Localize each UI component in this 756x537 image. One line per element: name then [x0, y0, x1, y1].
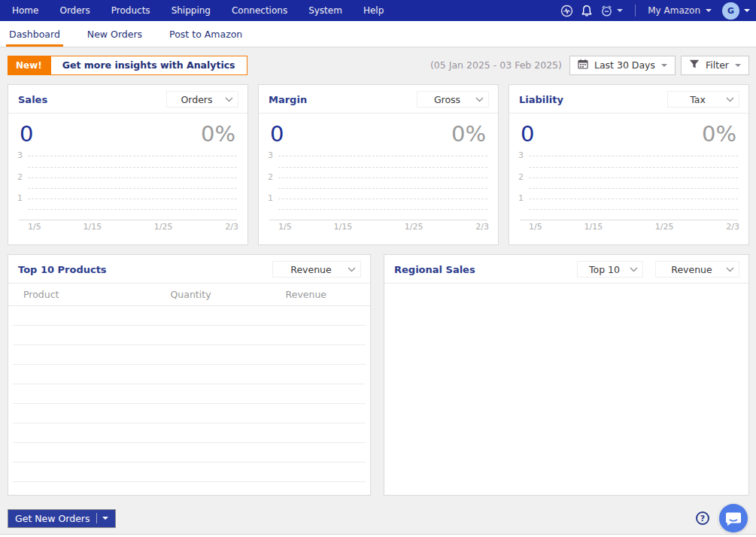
- x-axis-tick: 1/5: [28, 222, 41, 232]
- dashboard-content: New! Get more insights with Analytics (0…: [0, 47, 756, 534]
- kpi-value: 0: [521, 121, 534, 147]
- top-products-title: Top 10 Products: [18, 264, 107, 275]
- regional-topn-select[interactable]: Top 10: [577, 261, 643, 278]
- tab-post-to-amazon[interactable]: Post to Amazon: [166, 21, 245, 47]
- bell-icon[interactable]: [581, 5, 593, 17]
- top-products-header: Top 10 Products Revenue: [8, 255, 370, 284]
- top-products-metric-select[interactable]: Revenue: [272, 261, 361, 278]
- account-menu[interactable]: My Amazon: [648, 5, 712, 16]
- gridline: [28, 188, 237, 189]
- help-icon[interactable]: ?: [696, 511, 709, 525]
- kpi-card-sales: SalesOrders00%3211/51/151/252/3: [8, 84, 248, 245]
- table-row: [13, 365, 366, 384]
- gridline: [278, 188, 487, 189]
- nav-item-help[interactable]: Help: [353, 5, 394, 16]
- chevron-down-icon: [630, 267, 638, 272]
- avatar: G: [722, 2, 739, 20]
- column-revenue: Revenue: [236, 289, 355, 300]
- gridline: [529, 188, 738, 189]
- analytics-button[interactable]: Get more insights with Analytics: [50, 56, 247, 75]
- chevron-down-icon: [706, 9, 712, 12]
- x-axis-tick: 1/15: [584, 222, 603, 232]
- filter-button[interactable]: Filter: [681, 56, 749, 75]
- x-axis-tick: 1/25: [655, 222, 674, 232]
- toolbar-right: (05 Jan 2025 - 03 Feb 2025) Last 30 Days…: [430, 56, 749, 75]
- chat-launcher-icon[interactable]: [719, 504, 748, 532]
- filter-button-label: Filter: [706, 59, 729, 71]
- kpi-mini-chart: 3211/51/151/252/3: [268, 150, 489, 234]
- select-value: Revenue: [660, 264, 723, 275]
- x-axis-tick: 1/5: [529, 222, 542, 232]
- y-axis-tick: 2: [518, 172, 524, 182]
- kpi-card-row: SalesOrders00%3211/51/151/252/3MarginGro…: [8, 84, 749, 245]
- gridline: [28, 199, 237, 199]
- pulse-icon[interactable]: [560, 5, 573, 17]
- nav-item-products[interactable]: Products: [101, 5, 161, 16]
- nav-item-home[interactable]: Home: [8, 5, 49, 16]
- y-axis-tick: 1: [518, 193, 524, 203]
- x-axis-line: [520, 220, 738, 220]
- regional-sales-title: Regional Sales: [394, 264, 475, 275]
- y-axis-tick: 3: [268, 150, 273, 160]
- x-axis-tick: 1/25: [405, 222, 424, 232]
- kpi-mini-chart: 3211/51/151/252/3: [17, 150, 238, 234]
- x-axis-line: [19, 220, 237, 220]
- table-row: [13, 482, 366, 496]
- footer-icons: ?: [696, 504, 749, 532]
- table-row: [13, 463, 366, 482]
- x-axis-line: [269, 220, 487, 220]
- kpi-numbers: 00%: [259, 114, 498, 150]
- gridline: [529, 177, 738, 178]
- gridline: [529, 156, 738, 156]
- get-new-orders-button[interactable]: Get New Orders: [8, 509, 116, 528]
- regional-sales-card: Regional Sales Top 10 Revenue: [384, 254, 749, 496]
- nav-item-orders[interactable]: Orders: [49, 5, 100, 16]
- regional-sales-body: [384, 284, 748, 496]
- select-value: Gross: [422, 94, 472, 105]
- column-product: Product: [23, 289, 145, 300]
- nav-item-connections[interactable]: Connections: [221, 5, 298, 16]
- liability-metric-select[interactable]: Tax: [667, 91, 739, 108]
- alarm-icon: [600, 5, 613, 17]
- chevron-down-icon: [661, 64, 667, 67]
- table-row: [13, 384, 366, 404]
- chevron-down-icon: [726, 267, 734, 272]
- nav-item-shipping[interactable]: Shipping: [161, 5, 221, 16]
- gridline: [529, 199, 738, 199]
- chevron-down-icon: [225, 97, 233, 102]
- x-axis-tick: 2/3: [726, 222, 739, 232]
- chevron-down-icon: [348, 267, 356, 272]
- kpi-card-margin: MarginGross00%3211/51/151/252/3: [258, 84, 499, 245]
- sales-metric-select[interactable]: Orders: [166, 91, 238, 108]
- table-row: [13, 443, 366, 463]
- user-menu[interactable]: G: [722, 2, 750, 20]
- tab-new-orders[interactable]: New Orders: [84, 21, 145, 47]
- period-select[interactable]: Last 30 Days: [569, 56, 676, 75]
- select-value: Tax: [673, 94, 723, 105]
- tab-dashboard[interactable]: Dashboard: [6, 21, 63, 47]
- chevron-down-icon: [726, 97, 734, 102]
- kpi-percent: 0%: [451, 121, 486, 147]
- filter-icon: [689, 59, 700, 71]
- table-row: [13, 306, 366, 326]
- regional-metric-select[interactable]: Revenue: [655, 261, 739, 278]
- margin-metric-select[interactable]: Gross: [417, 91, 489, 108]
- gridline: [529, 167, 738, 168]
- select-value: Revenue: [278, 264, 345, 275]
- period-select-label: Last 30 Days: [594, 59, 655, 71]
- select-value: Orders: [172, 94, 222, 105]
- divider: [635, 5, 636, 17]
- chevron-down-icon: [617, 9, 623, 12]
- top-navbar: HomeOrdersProductsShippingConnectionsSys…: [0, 0, 756, 21]
- table-row: [13, 404, 366, 423]
- alarm-menu[interactable]: [600, 5, 623, 17]
- chevron-down-icon: [102, 517, 108, 520]
- nav-item-system[interactable]: System: [298, 5, 353, 16]
- divider: [96, 513, 97, 523]
- kpi-card-title: Margin: [269, 94, 307, 105]
- date-range-label: (05 Jan 2025 - 03 Feb 2025): [430, 59, 562, 71]
- column-quantity: Quantity: [145, 289, 235, 300]
- tab-bar: DashboardNew OrdersPost to Amazon: [0, 21, 756, 47]
- x-axis-tick: 1/15: [83, 222, 102, 232]
- kpi-percent: 0%: [201, 121, 235, 147]
